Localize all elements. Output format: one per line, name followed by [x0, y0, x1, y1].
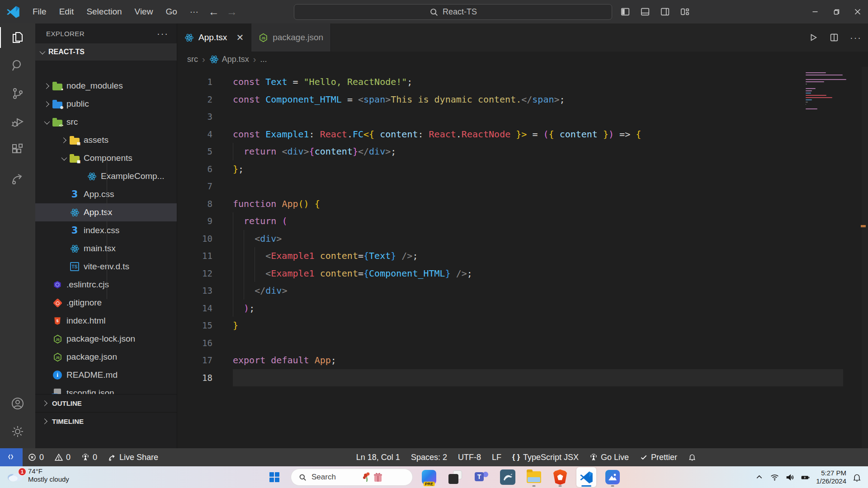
code-line[interactable]: 3	[177, 108, 868, 126]
tab-app-tsx[interactable]: App.tsx✕	[177, 23, 251, 52]
activity-search-button[interactable]	[0, 52, 35, 80]
remote-indicator-button[interactable]	[0, 448, 23, 466]
taskbar-copilot-button[interactable]: PRE	[419, 467, 439, 487]
run-button[interactable]	[808, 33, 818, 42]
tray-chevron-up-icon[interactable]	[755, 473, 764, 482]
code-line[interactable]: 10<div>	[177, 230, 868, 248]
nav-back-button[interactable]: ←	[205, 5, 223, 18]
activity-account-button[interactable]	[0, 389, 35, 418]
tree-item-package-json[interactable]: JSpackage.json	[35, 348, 177, 366]
menu-more[interactable]: ···	[184, 0, 205, 23]
tree-item-app-tsx[interactable]: App.tsx	[35, 203, 177, 221]
menu-view[interactable]: View	[128, 0, 160, 23]
code-line[interactable]: 17export default App;	[177, 352, 868, 369]
status-spaces-2[interactable]: Spaces: 2	[406, 448, 453, 466]
tree-item-app-css[interactable]: 3App.css	[35, 185, 177, 203]
code-line[interactable]: 14);	[177, 300, 868, 317]
tree-item-public[interactable]: ◍public	[35, 95, 177, 113]
taskbar-search-box[interactable]: Search	[291, 469, 413, 486]
tab-package-json[interactable]: JSpackage.json	[251, 23, 331, 52]
code-line[interactable]: 11<Example1 content={Text} />;	[177, 247, 868, 265]
code-line[interactable]: 16	[177, 334, 868, 352]
tree-item-assets[interactable]: ▤assets	[35, 131, 177, 149]
menu-file[interactable]: File	[26, 0, 53, 23]
status-0[interactable]: 0	[23, 448, 49, 466]
outline-section-header[interactable]: OUTLINE	[35, 394, 177, 412]
code-line[interactable]: 7	[177, 178, 868, 195]
status-live-share[interactable]: Live Share	[103, 448, 164, 466]
code-line[interactable]: 13</div>	[177, 282, 868, 300]
toggle-secondary-sidebar-icon[interactable]	[660, 7, 670, 17]
taskbar-file-explorer-button[interactable]	[524, 467, 544, 487]
vertical-scrollbar[interactable]	[862, 67, 868, 448]
timeline-section-header[interactable]: TIMELINE	[35, 412, 177, 430]
status-go-live[interactable]: Go Live	[584, 448, 634, 466]
toggle-sidebar-icon[interactable]	[620, 7, 630, 17]
tree-item-examplecomp-[interactable]: ExampleComp...	[35, 167, 177, 185]
code-line[interactable]: 8function App() {	[177, 195, 868, 213]
menu-selection[interactable]: Selection	[80, 0, 128, 23]
breadcrumb-item--[interactable]: ...	[260, 55, 267, 64]
taskbar-vscode-button[interactable]	[576, 467, 596, 487]
close-tab-icon[interactable]: ✕	[236, 32, 244, 43]
taskbar-mysql-button[interactable]	[498, 467, 518, 487]
status-prettier[interactable]: Prettier	[634, 448, 683, 466]
breadcrumb-item-src[interactable]: src	[187, 55, 198, 64]
tree-item-readme-md[interactable]: iREADME.md	[35, 366, 177, 384]
taskbar-start-button[interactable]	[264, 467, 284, 487]
code-line[interactable]: 5return <div>{content}</div>;	[177, 143, 868, 160]
code-line[interactable]: 2const Component_HTML = <span>This is dy…	[177, 91, 868, 108]
activity-explorer-button[interactable]	[0, 23, 35, 52]
status-0[interactable]: 0	[49, 448, 76, 466]
tree-item-src[interactable]: <>src	[35, 113, 177, 131]
activity-source-control-button[interactable]	[0, 80, 35, 108]
status-ln-18-col-1[interactable]: Ln 18, Col 1	[351, 448, 406, 466]
taskbar-task-view-button[interactable]	[445, 467, 465, 487]
command-center-search[interactable]: React-TS	[294, 4, 612, 20]
status-lf[interactable]: LF	[486, 448, 507, 466]
tree-item--gitignore[interactable]: .gitignore	[35, 294, 177, 312]
code-line[interactable]: 1const Text = "Hello, ReactNode!";	[177, 73, 868, 91]
tree-item-node-modules[interactable]: ●node_modules	[35, 77, 177, 95]
taskbar-teams-button[interactable]: T	[472, 467, 491, 487]
volume-icon[interactable]	[785, 473, 795, 482]
restore-button[interactable]	[826, 0, 847, 23]
taskbar-brave-button[interactable]	[550, 467, 570, 487]
activity-live-share-button[interactable]	[0, 164, 35, 192]
workspace-section-header[interactable]: REACT-TS	[35, 43, 177, 61]
code-line[interactable]: 12<Example1 content={Component_HTML} />;	[177, 265, 868, 282]
breadcrumb-item-app-tsx[interactable]: App.tsx	[209, 55, 249, 64]
taskbar-photos-button[interactable]	[603, 467, 623, 487]
status-0[interactable]: 0	[76, 448, 103, 466]
weather-widget[interactable]: 1 74°F Mostly cloudy	[6, 467, 69, 483]
code-line[interactable]: 9return (	[177, 212, 868, 230]
minimap[interactable]	[806, 72, 847, 113]
code-line[interactable]: 15}	[177, 317, 868, 334]
tree-item-package-lock-json[interactable]: JSpackage-lock.json	[35, 330, 177, 348]
split-editor-button[interactable]	[829, 33, 839, 42]
code-line[interactable]: 6};	[177, 160, 868, 178]
notification-bell-icon[interactable]	[852, 473, 862, 482]
activity-settings-button[interactable]	[0, 418, 35, 446]
tree-item-index-css[interactable]: 3index.css	[35, 221, 177, 239]
minimize-button[interactable]	[804, 0, 826, 23]
tree-item--eslintrc-cjs[interactable]: .eslintrc.cjs	[35, 276, 177, 294]
activity-run-debug-button[interactable]	[0, 108, 35, 136]
activity-extensions-button[interactable]	[0, 136, 35, 164]
tree-item-components[interactable]: ▦Components	[35, 149, 177, 167]
status-utf-8[interactable]: UTF-8	[453, 448, 486, 466]
tree-item-index-html[interactable]: 5index.html	[35, 312, 177, 330]
tree-item-vite-env-d-ts[interactable]: TSvite-env.d.ts	[35, 258, 177, 276]
code-editor[interactable]: 1const Text = "Hello, ReactNode!";2const…	[177, 67, 868, 448]
code-line[interactable]: 4const Example1: React.FC<{ content: Rea…	[177, 126, 868, 143]
menu-go[interactable]: Go	[159, 0, 183, 23]
status-typescript-jsx[interactable]: { }TypeScript JSX	[507, 448, 584, 466]
tree-item-main-tsx[interactable]: main.tsx	[35, 239, 177, 258]
menu-edit[interactable]: Edit	[53, 0, 80, 23]
toggle-panel-icon[interactable]	[640, 7, 650, 17]
battery-charging-icon[interactable]	[801, 473, 810, 482]
close-button[interactable]	[847, 0, 868, 23]
nav-forward-button[interactable]: →	[223, 5, 241, 18]
status-bell[interactable]	[683, 448, 702, 466]
wifi-icon[interactable]	[770, 473, 779, 482]
